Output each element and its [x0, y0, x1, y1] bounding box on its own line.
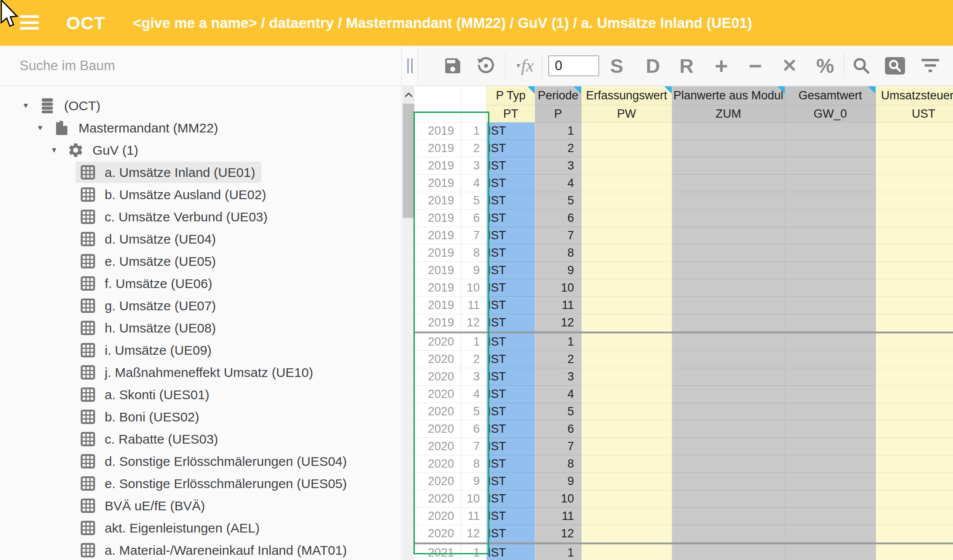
cell-planwerte[interactable] [672, 508, 785, 525]
row-header-year[interactable]: 2019 [414, 175, 461, 192]
cell-erfassungswert[interactable] [581, 297, 672, 314]
cell-gesamtwert[interactable] [785, 314, 876, 332]
tree-item-guv-1[interactable]: ▼GuV (1) [0, 139, 401, 161]
percent-button[interactable]: % [816, 56, 834, 76]
cell-ptyp[interactable]: IST [487, 351, 535, 368]
cell-periode[interactable]: 12 [535, 314, 581, 332]
cell-periode[interactable]: 10 [535, 279, 581, 297]
cell-erfassungswert[interactable] [581, 438, 672, 455]
cell-planwerte[interactable] [672, 297, 785, 314]
column-header-ust[interactable]: Umsatzsteuersa [876, 86, 953, 105]
cell-gesamtwert[interactable] [785, 175, 876, 192]
cell-gesamtwert[interactable] [785, 386, 876, 403]
cell-planwerte[interactable] [672, 157, 785, 175]
row-header-year[interactable]: 2020 [414, 508, 461, 525]
cell-planwerte[interactable] [672, 192, 785, 210]
cell-ust[interactable] [876, 368, 953, 386]
cell-periode[interactable]: 1 [535, 544, 581, 560]
cell-planwerte[interactable] [672, 473, 785, 490]
row-header-period[interactable]: 9 [461, 262, 487, 279]
cell-erfassungswert[interactable] [581, 421, 672, 438]
column-code-pw[interactable]: PW [581, 105, 672, 122]
menu-icon[interactable] [20, 14, 39, 31]
row-header-period[interactable]: 10 [461, 490, 487, 508]
row-header-period[interactable]: 2 [461, 140, 487, 157]
cell-ust[interactable] [876, 175, 953, 192]
row-header-year[interactable]: 2019 [414, 140, 461, 157]
cell-gesamtwert[interactable] [785, 227, 876, 244]
tree-item-ue10[interactable]: j. Maßnahmeneffekt Umsatz (UE10) [0, 361, 401, 384]
cell-planwerte[interactable] [672, 386, 785, 403]
cell-erfassungswert[interactable] [581, 157, 672, 175]
column-header-periode[interactable]: Periode [535, 86, 581, 105]
cell-gesamtwert[interactable] [785, 421, 876, 438]
cell-erfassungswert[interactable] [581, 508, 672, 525]
cell-ptyp[interactable]: IST [487, 490, 535, 508]
row-header-period[interactable]: 1 [461, 544, 487, 560]
cell-ptyp[interactable]: IST [487, 438, 535, 455]
cell-ptyp[interactable]: IST [487, 297, 535, 314]
column-header-ptyp[interactable]: P Typ [487, 86, 535, 105]
column-header-pw[interactable]: Erfassungswert [581, 86, 672, 105]
row-header-year[interactable]: 2020 [414, 473, 461, 490]
row-header-year[interactable]: 2019 [414, 227, 461, 244]
cell-erfassungswert[interactable] [581, 244, 672, 262]
row-header-period[interactable]: 11 [461, 508, 487, 525]
cell-ust[interactable] [876, 490, 953, 508]
row-header-period[interactable]: 5 [461, 192, 487, 210]
grid-vertical-scrollbar[interactable] [403, 86, 414, 560]
cell-ust[interactable] [876, 279, 953, 297]
column-header-zum[interactable]: Planwerte aus Modul [672, 86, 785, 105]
cell-ptyp[interactable]: IST [487, 473, 535, 490]
cell-gesamtwert[interactable] [785, 140, 876, 157]
cell-planwerte[interactable] [672, 368, 785, 386]
row-header-period[interactable]: 3 [461, 157, 487, 175]
cell-ust[interactable] [876, 508, 953, 525]
search-icon[interactable] [851, 56, 871, 76]
cell-ust[interactable] [876, 333, 953, 351]
cell-ust[interactable] [876, 157, 953, 175]
tree-item-ue03[interactable]: c. Umsätze Verbund (UE03) [0, 206, 401, 228]
row-header-period[interactable]: 7 [461, 438, 487, 455]
row-header-period[interactable]: 6 [461, 210, 487, 227]
cell-planwerte[interactable] [672, 314, 785, 332]
cell-planwerte[interactable] [672, 438, 785, 455]
cell-planwerte[interactable] [672, 403, 785, 421]
cell-ust[interactable] [876, 455, 953, 473]
tree-item-ues01[interactable]: a. Skonti (UES01) [0, 384, 401, 406]
row-header-year[interactable]: 2020 [414, 333, 461, 351]
tree-item-mat01[interactable]: a. Material-/Wareneinkauf Inland (MAT01) [0, 539, 401, 560]
cell-gesamtwert[interactable] [785, 333, 876, 351]
row-header-period[interactable]: 6 [461, 421, 487, 438]
cell-gesamtwert[interactable] [785, 157, 876, 175]
cell-ptyp[interactable]: IST [487, 333, 535, 351]
tree-item-ues04[interactable]: d. Sonstige Erlösschmälerungen (UES04) [0, 450, 401, 472]
cell-ust[interactable] [876, 386, 953, 403]
cell-gesamtwert[interactable] [785, 244, 876, 262]
cell-erfassungswert[interactable] [581, 386, 672, 403]
row-header-year[interactable]: 2020 [414, 403, 461, 421]
cell-erfassungswert[interactable] [581, 314, 672, 332]
cell-ust[interactable] [876, 351, 953, 368]
cell-planwerte[interactable] [672, 333, 785, 351]
row-header-year[interactable]: 2019 [414, 157, 461, 175]
row-header-year[interactable]: 2020 [414, 525, 461, 543]
cell-planwerte[interactable] [672, 122, 785, 140]
row-header-period[interactable]: 4 [461, 386, 487, 403]
cell-periode[interactable]: 1 [535, 122, 581, 140]
expand-arrow-icon[interactable]: ▼ [35, 124, 45, 132]
cell-ust[interactable] [876, 314, 953, 332]
cell-gesamtwert[interactable] [785, 192, 876, 210]
cell-periode[interactable]: 1 [535, 333, 581, 351]
cell-ptyp[interactable]: IST [487, 386, 535, 403]
row-header-period[interactable]: 1 [461, 333, 487, 351]
cell-ptyp[interactable]: IST [487, 244, 535, 262]
tree-item-ue01[interactable]: a. Umsätze Inland (UE01) [0, 161, 401, 183]
scroll-up-icon[interactable] [403, 86, 414, 103]
cell-gesamtwert[interactable] [785, 403, 876, 421]
cell-ust[interactable] [876, 421, 953, 438]
cell-gesamtwert[interactable] [785, 508, 876, 525]
cell-gesamtwert[interactable] [785, 544, 876, 560]
cell-periode[interactable]: 7 [535, 227, 581, 244]
row-header-period[interactable]: 12 [461, 314, 487, 332]
